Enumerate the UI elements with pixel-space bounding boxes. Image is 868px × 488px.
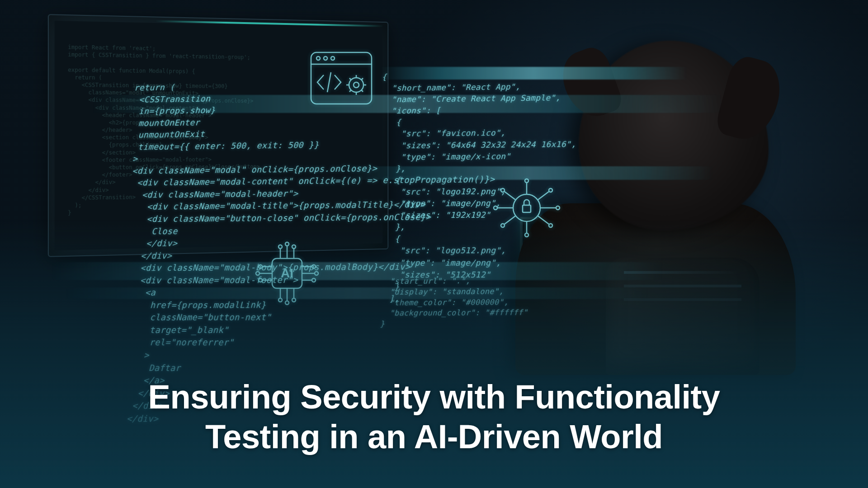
headline-line-1: Ensuring Security with Functionality [148,378,720,416]
headline-line-2: Testing in an AI-Driven World [205,418,663,455]
headline-text: Ensuring Security with Functionality Tes… [27,377,841,456]
scene-background: import React from 'react'; import { CSST… [0,0,868,488]
headline: Ensuring Security with Functionality Tes… [0,377,868,456]
